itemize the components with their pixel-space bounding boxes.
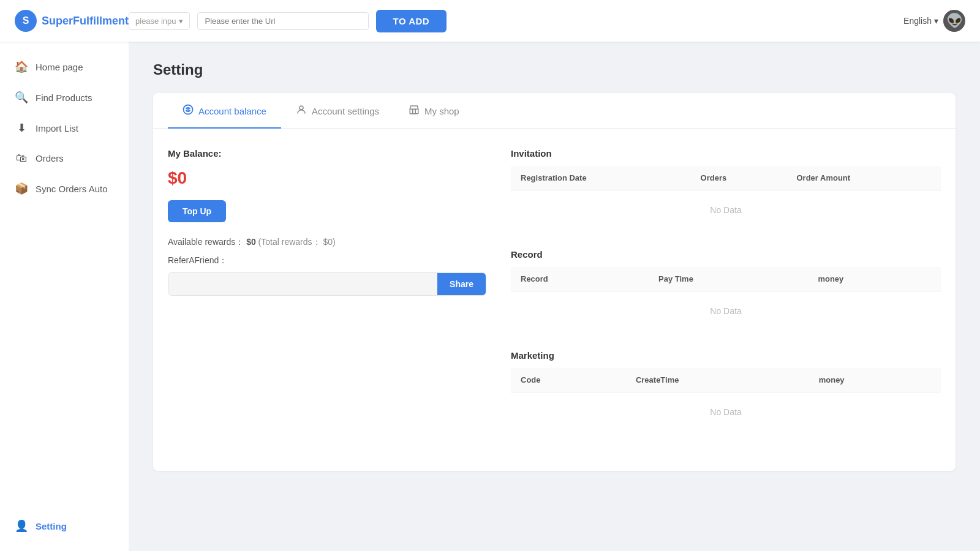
record-no-data: No Data (511, 291, 941, 331)
sidebar-item-home[interactable]: 🏠 Home page (0, 51, 129, 82)
refer-input[interactable] (168, 273, 437, 295)
tab-my-shop[interactable]: My shop (394, 93, 474, 129)
sidebar-item-label: Sync Orders Auto (36, 184, 108, 194)
orders-icon: 🛍 (15, 152, 28, 165)
col-orders: Orders (691, 166, 787, 190)
col-order-amount: Order Amount (786, 166, 941, 190)
sidebar-item-sync-orders[interactable]: 📦 Sync Orders Auto (0, 173, 129, 204)
tabs: Account balance Account settings My shop (153, 93, 956, 129)
shop-icon (409, 104, 420, 118)
invitation-title: Invitation (511, 148, 941, 159)
tab-label: Account balance (198, 106, 266, 116)
language-text: English (903, 16, 932, 26)
marketing-no-data-row: No Data (511, 392, 941, 432)
refer-input-row: Share (168, 272, 486, 296)
search-icon: 🔍 (15, 91, 28, 104)
marketing-title: Marketing (511, 350, 941, 361)
sidebar-spacer (0, 204, 129, 511)
chevron-down-icon: ▾ (934, 16, 938, 26)
settings-card: Account balance Account settings My shop (153, 93, 956, 471)
marketing-table: Code CreateTime money No Data (511, 368, 941, 432)
col-pay-time: Pay Time (649, 267, 808, 291)
sidebar-item-setting[interactable]: 👤 Setting (0, 511, 129, 541)
chevron-down-icon: ▾ (179, 17, 183, 26)
tab-content: My Balance: $0 Top Up Available rewards：… (153, 129, 956, 471)
layout: 🏠 Home page 🔍 Find Products ⬇ Import Lis… (0, 42, 980, 551)
tab-account-balance[interactable]: Account balance (168, 93, 281, 129)
sync-icon: 📦 (15, 182, 28, 195)
sidebar-item-label: Import List (36, 123, 78, 133)
page-title: Setting (153, 61, 956, 78)
col-registration-date: Registration Date (511, 166, 691, 190)
add-button[interactable]: TO ADD (376, 10, 447, 32)
invitation-no-data: No Data (511, 190, 941, 230)
balance-label: My Balance: (168, 148, 486, 159)
rewards-value: $0 (246, 237, 256, 247)
setting-icon: 👤 (15, 519, 28, 533)
invitation-table: Registration Date Orders Order Amount No… (511, 166, 941, 230)
col-money: money (808, 267, 941, 291)
sidebar-item-import-list[interactable]: ⬇ Import List (0, 113, 129, 143)
col-record: Record (511, 267, 649, 291)
svg-rect-3 (410, 109, 418, 114)
header-inputs: please inpu ▾ TO ADD (129, 10, 903, 32)
record-no-data-row: No Data (511, 291, 941, 331)
sidebar: 🏠 Home page 🔍 Find Products ⬇ Import Lis… (0, 42, 129, 551)
refer-label: ReferAFriend： (168, 255, 486, 266)
avatar-icon: 👽 (946, 13, 963, 29)
dollar-icon (183, 104, 194, 118)
right-panel: Invitation Registration Date Orders Orde… (511, 148, 941, 451)
avatar[interactable]: 👽 (943, 10, 965, 32)
record-table: Record Pay Time money No Data (511, 267, 941, 331)
logo-icon: S (15, 10, 37, 32)
select-text: please inpu (135, 17, 176, 26)
rewards-total-value: $0) (323, 237, 335, 247)
header-right: English ▾ 👽 (903, 10, 965, 32)
rewards-label: Available rewards： (168, 237, 244, 247)
main-content: Setting Account balance Account settings (129, 42, 980, 551)
sidebar-item-label: Orders (36, 153, 64, 163)
header-select[interactable]: please inpu ▾ (129, 12, 190, 30)
logo: S SuperFulfillment (15, 10, 129, 32)
logo-text: SuperFulfillment (42, 15, 129, 28)
svg-point-2 (300, 106, 303, 110)
import-icon: ⬇ (15, 121, 28, 135)
sidebar-item-label: Home page (36, 62, 83, 72)
url-input[interactable] (197, 12, 369, 30)
left-panel: My Balance: $0 Top Up Available rewards：… (168, 148, 486, 451)
language-selector[interactable]: English ▾ (903, 16, 938, 26)
share-button[interactable]: Share (437, 273, 486, 295)
marketing-no-data: No Data (511, 392, 941, 432)
header: S SuperFulfillment please inpu ▾ TO ADD … (0, 0, 980, 42)
rewards-line: Available rewards： $0 (Total rewards： $0… (168, 237, 486, 248)
col-money-marketing: money (809, 368, 941, 392)
sidebar-item-label: Setting (36, 521, 67, 531)
user-icon (296, 104, 307, 118)
col-code: Code (511, 368, 626, 392)
sidebar-item-orders[interactable]: 🛍 Orders (0, 143, 129, 173)
rewards-total-label: (Total rewards： (258, 237, 321, 247)
sidebar-item-label: Find Products (36, 92, 92, 103)
invitation-no-data-row: No Data (511, 190, 941, 230)
record-title: Record (511, 249, 941, 260)
tab-label: My shop (424, 106, 459, 116)
col-create-time: CreateTime (626, 368, 809, 392)
home-icon: 🏠 (15, 60, 28, 73)
sidebar-item-find-products[interactable]: 🔍 Find Products (0, 82, 129, 113)
tab-label: Account settings (312, 106, 379, 116)
balance-amount: $0 (168, 168, 486, 188)
topup-button[interactable]: Top Up (168, 200, 226, 222)
tab-account-settings[interactable]: Account settings (281, 93, 394, 129)
